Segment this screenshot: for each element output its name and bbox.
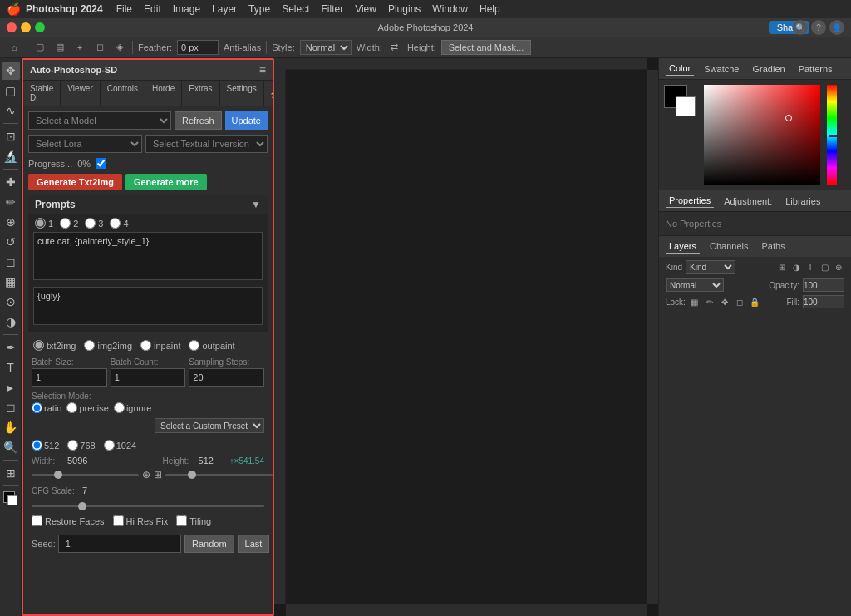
crop-tool[interactable]: ⊡: [2, 127, 20, 145]
lock-transparent-icon[interactable]: ▦: [689, 296, 701, 308]
maximize-button[interactable]: [35, 22, 45, 32]
pen-tool[interactable]: ✒: [2, 338, 20, 357]
generate-more-button[interactable]: Generate more: [125, 174, 207, 190]
clone-tool[interactable]: ⊕: [2, 213, 20, 231]
layers-tab[interactable]: Layers: [666, 239, 700, 254]
feather-input[interactable]: [177, 40, 219, 55]
eraser-tool[interactable]: ◻: [2, 253, 20, 271]
marquee-opt-icon[interactable]: ◈: [112, 40, 127, 55]
adjustment-tab[interactable]: Adjustment:: [721, 195, 775, 208]
precise-radio[interactable]: precise: [66, 402, 108, 413]
menu-view[interactable]: View: [350, 2, 381, 17]
nav-tab-controls[interactable]: Controls: [101, 81, 145, 106]
scroll-right[interactable]: [647, 70, 658, 604]
mode-txt2img[interactable]: txt2img: [33, 340, 76, 351]
zoom-tool[interactable]: 🔍: [2, 438, 20, 456]
ratio-radio[interactable]: ratio: [32, 402, 61, 413]
style-select[interactable]: Normal: [300, 40, 352, 55]
lock-position-icon[interactable]: ✥: [719, 296, 730, 308]
tiling-checkbox[interactable]: Tiling: [176, 515, 211, 526]
menu-file[interactable]: File: [111, 2, 137, 17]
foreground-color[interactable]: [2, 490, 20, 508]
nav-tab-viewer[interactable]: Viewer: [61, 81, 100, 106]
size-768[interactable]: 768: [67, 440, 95, 451]
positive-prompt[interactable]: cute cat, {painterly_style_1}: [33, 232, 263, 280]
scroll-bottom[interactable]: [286, 604, 647, 616]
blur-tool[interactable]: ⊙: [2, 293, 20, 311]
progress-checkbox[interactable]: [96, 158, 106, 169]
marquee-mode-icon[interactable]: ▤: [52, 40, 67, 55]
canvas-main[interactable]: [286, 70, 647, 604]
prompt-tab-1[interactable]: 1: [35, 218, 53, 229]
seed-input[interactable]: [58, 535, 181, 553]
menu-plugins[interactable]: Plugins: [383, 2, 426, 17]
marquee-icon[interactable]: ▢: [32, 40, 47, 55]
home-icon[interactable]: ⌂: [7, 40, 22, 55]
close-button[interactable]: [7, 22, 17, 32]
prompt-tab-2[interactable]: 2: [60, 218, 78, 229]
model-select[interactable]: Select a Model: [28, 111, 171, 130]
channels-tab[interactable]: Channels: [706, 239, 751, 254]
history-brush[interactable]: ↺: [2, 233, 20, 251]
properties-tab[interactable]: Properties: [666, 194, 714, 208]
menu-edit[interactable]: Edit: [139, 2, 166, 17]
gradient-tab[interactable]: Gradien: [750, 62, 789, 76]
generate-txt2img-button[interactable]: Generate Txt2Img: [28, 174, 122, 190]
shape-tool[interactable]: ◻: [2, 398, 20, 416]
aspect-icon[interactable]: ⊞: [154, 469, 162, 480]
layer-filter-icon[interactable]: ⊞: [776, 261, 788, 273]
ignore-radio[interactable]: ignore: [114, 402, 152, 413]
random-seed-button[interactable]: Random: [184, 535, 234, 553]
context-aware[interactable]: ⊞: [2, 464, 20, 482]
update-button[interactable]: Update: [225, 111, 268, 130]
marquee-add-icon[interactable]: +: [72, 40, 87, 55]
lasso-tool[interactable]: ∿: [2, 101, 20, 120]
batch-count-input[interactable]: 1: [111, 368, 186, 387]
nav-tab-stable-di[interactable]: Stable Di: [23, 81, 61, 106]
nav-tab-horde[interactable]: Horde: [145, 81, 182, 106]
mode-inpaint[interactable]: inpaint: [140, 340, 180, 351]
batch-size-input[interactable]: 1: [32, 368, 107, 387]
swatch-tab[interactable]: Swatche: [701, 62, 742, 76]
lock-all-icon[interactable]: 🔒: [749, 296, 760, 308]
sampling-steps-input[interactable]: 20: [189, 368, 264, 387]
libraries-tab[interactable]: Libraries: [782, 195, 824, 208]
gradient-tool[interactable]: ▦: [2, 273, 20, 291]
color-gradient[interactable]: [704, 85, 820, 185]
width-slider[interactable]: [32, 474, 139, 476]
blend-mode-select[interactable]: Normal: [666, 278, 724, 292]
menu-select[interactable]: Select: [277, 2, 314, 17]
search-icon[interactable]: 🔍: [793, 20, 808, 35]
cfg-slider[interactable]: [32, 505, 264, 507]
lora-select[interactable]: Select Lora: [28, 135, 142, 153]
menu-help[interactable]: Help: [475, 2, 505, 17]
move-tool[interactable]: ✥: [2, 62, 20, 80]
selection-tool[interactable]: ▢: [2, 81, 20, 100]
path-select-tool[interactable]: ▸: [2, 378, 20, 397]
paths-tab[interactable]: Paths: [759, 239, 789, 254]
layer-text-icon[interactable]: T: [804, 261, 816, 273]
healing-tool[interactable]: ✚: [2, 173, 20, 191]
hi-res-fix-checkbox[interactable]: Hi Res Fix: [113, 515, 169, 526]
mode-outpaint[interactable]: outpaint: [189, 340, 234, 351]
hue-cursor[interactable]: [829, 135, 837, 137]
kind-select[interactable]: Kind: [686, 260, 735, 274]
help-icon[interactable]: ?: [811, 20, 826, 35]
menu-layer[interactable]: Layer: [207, 2, 242, 17]
mode-img2img[interactable]: img2img: [84, 340, 132, 351]
patterns-tab[interactable]: Patterns: [795, 62, 836, 76]
prompt-tab-4[interactable]: 4: [110, 218, 128, 229]
restore-faces-checkbox[interactable]: Restore Faces: [32, 515, 105, 526]
user-icon[interactable]: 👤: [829, 20, 844, 35]
opacity-input[interactable]: [803, 278, 844, 292]
select-mask-button[interactable]: Select and Mask...: [441, 40, 532, 55]
marquee-sub-icon[interactable]: ◻: [92, 40, 107, 55]
menu-image[interactable]: Image: [168, 2, 205, 17]
nav-tab-settings[interactable]: Settings: [220, 81, 264, 106]
lock-image-icon[interactable]: ✏: [704, 296, 716, 308]
text-tool[interactable]: T: [2, 358, 20, 377]
ti-select[interactable]: Select Textual Inversion: [145, 135, 268, 153]
layer-shape-icon[interactable]: ▢: [819, 261, 830, 273]
panel-close-icon[interactable]: ≡: [259, 63, 266, 76]
collapse-icon[interactable]: ▼: [251, 199, 261, 210]
